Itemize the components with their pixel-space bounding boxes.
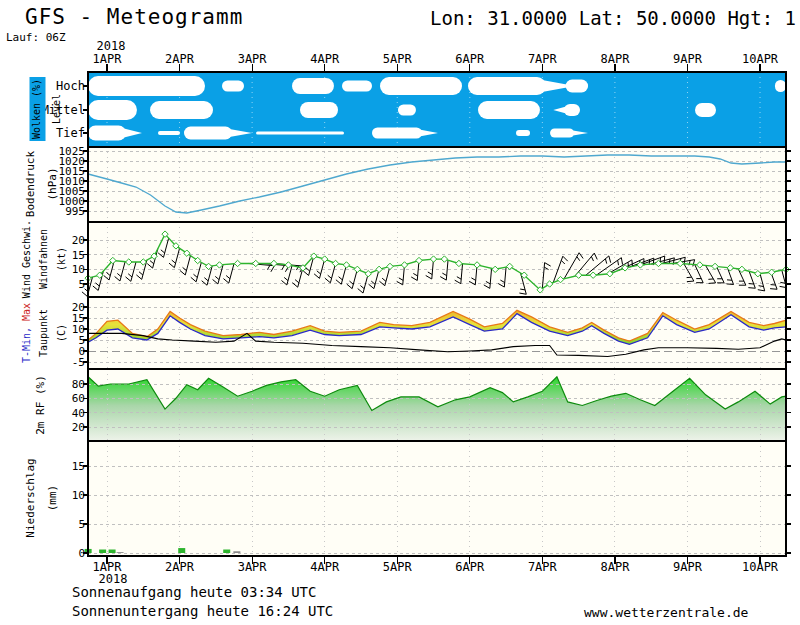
date-label-bottom: 8APR xyxy=(600,560,630,574)
y-tick-label: 1025 xyxy=(59,145,86,158)
date-label-top: 1APR xyxy=(93,52,123,66)
pressure-panel-label: Bodendruck xyxy=(24,151,37,218)
panel-clouds xyxy=(88,72,786,147)
date-label-top: 9APR xyxy=(673,52,703,66)
date-label-top: 3APR xyxy=(238,52,268,66)
dewpoint-label: Taupunkt xyxy=(38,309,49,357)
date-label-bottom: 5APR xyxy=(383,560,413,574)
clouds-level-label: Level xyxy=(51,94,62,124)
date-label-top: 2APR xyxy=(165,52,195,66)
sunrise-label: Sonnenaufgang heute 03:34 UTC xyxy=(72,584,316,600)
cloud-row-label: Hoch xyxy=(56,79,85,93)
date-label-top: 4APR xyxy=(310,52,340,66)
date-label-bottom: 10APR xyxy=(742,560,779,574)
pressure-unit-label: (hPa) xyxy=(46,167,59,200)
sunset-label: Sonnenuntergang heute 16:24 UTC xyxy=(72,603,333,619)
wind-unit-label: (kt) xyxy=(56,247,67,271)
cloud-row-label: Mittel xyxy=(42,103,85,117)
date-label-top: 5APR xyxy=(383,52,413,66)
date-label-bottom: 2APR xyxy=(165,560,195,574)
wind-panel-label: Wind Geschwi. xyxy=(21,220,32,298)
cloud-row-label: Tief xyxy=(56,126,85,140)
date-label-bottom: 6APR xyxy=(455,560,485,574)
website-link[interactable]: www.wetterzentrale.de xyxy=(584,605,748,620)
date-label-top: 8APR xyxy=(600,52,630,66)
meteogram-page: GFS - Meteogramm Lon: 31.0000 Lat: 50.00… xyxy=(0,0,800,625)
wind-barb-label: Windfahnen xyxy=(38,229,49,289)
date-label-top: 10APR xyxy=(742,52,779,66)
date-label-top: 6APR xyxy=(455,52,485,66)
humidity-panel-label: 2m RF (%) xyxy=(34,375,47,435)
date-label-bottom: 7APR xyxy=(528,560,558,574)
temperature-unit-label: (C) xyxy=(56,324,67,342)
date-label-top: 7APR xyxy=(528,52,558,66)
meteogram-chart: 9951000100510101015102010255101520-50510… xyxy=(0,0,800,625)
date-label-bottom: 3APR xyxy=(238,560,268,574)
year-label-top: 2018 xyxy=(97,39,126,53)
precipitation-panel-label: Niederschlag xyxy=(24,458,37,537)
clouds-panel-label: Wolken (%) xyxy=(31,79,42,139)
date-label-bottom: 4APR xyxy=(310,560,340,574)
date-label-bottom: 9APR xyxy=(673,560,703,574)
precipitation-unit-label: (mm) xyxy=(46,485,59,512)
temperature-panel-label: T-Min, Max xyxy=(21,303,32,363)
